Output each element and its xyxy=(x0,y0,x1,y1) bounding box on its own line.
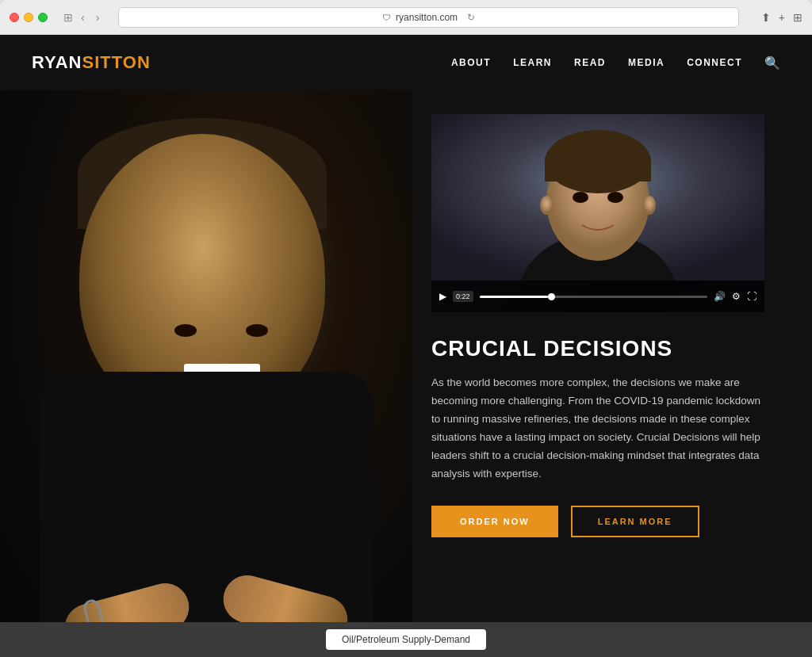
video-thumbnail: ▶ 0:22 🔊 ⚙ ⛶ xyxy=(431,114,764,312)
svg-point-9 xyxy=(643,196,656,215)
browser-window: ⊞ ‹ › 🛡 ryansitton.com ↻ ⬆ + ⊞ xyxy=(0,0,812,35)
svg-point-7 xyxy=(607,192,623,203)
browser-actions: ⬆ + ⊞ xyxy=(761,11,802,24)
logo-ryan: RYAN xyxy=(32,52,82,73)
share-icon[interactable]: ⬆ xyxy=(761,11,771,24)
video-timestamp: 0:22 xyxy=(453,291,473,302)
video-person-svg xyxy=(431,114,764,281)
learn-more-button[interactable]: LEARN MORE xyxy=(571,506,699,537)
order-now-button[interactable]: ORDER NOW xyxy=(431,506,558,537)
hero-photo xyxy=(0,35,412,657)
url-text: ryansitton.com xyxy=(396,12,458,23)
nav-media[interactable]: MEDIA xyxy=(628,57,665,68)
person-figure xyxy=(24,86,389,657)
address-bar[interactable]: 🛡 ryansitton.com ↻ xyxy=(118,7,738,28)
search-icon[interactable]: 🔍 xyxy=(764,55,780,71)
minimize-button[interactable] xyxy=(24,13,33,22)
video-controls-bar: ▶ 0:22 🔊 ⚙ ⛶ xyxy=(431,281,764,312)
svg-point-6 xyxy=(573,192,588,203)
nav-learn[interactable]: LEARN xyxy=(513,57,552,68)
video-progress-dot xyxy=(548,293,555,300)
video-right-controls: 🔊 ⚙ ⛶ xyxy=(714,291,756,302)
video-progress-fill xyxy=(480,296,548,298)
close-button[interactable] xyxy=(10,13,19,22)
new-tab-icon[interactable]: + xyxy=(779,11,785,24)
security-icon: 🛡 xyxy=(382,13,391,22)
section-body: As the world becomes more complex, the d… xyxy=(431,374,764,483)
bottom-bar-pill: Oil/Petroleum Supply-Demand xyxy=(326,629,486,650)
bottom-bar: Oil/Petroleum Supply-Demand xyxy=(0,622,812,657)
forward-button[interactable]: › xyxy=(93,10,103,25)
video-progress-bar[interactable] xyxy=(480,296,707,298)
settings-icon[interactable]: ⚙ xyxy=(732,291,741,302)
nav-connect[interactable]: CONNECT xyxy=(687,57,742,68)
traffic-lights xyxy=(10,13,48,22)
nav-links: ABOUT LEARN READ MEDIA CONNECT 🔍 xyxy=(451,55,780,71)
fullscreen-icon[interactable]: ⛶ xyxy=(747,291,756,302)
svg-point-8 xyxy=(540,196,553,215)
address-bar-container: 🛡 ryansitton.com ↻ xyxy=(118,7,738,28)
logo-sitton: SITTON xyxy=(82,52,151,73)
person-shirt xyxy=(40,372,373,657)
sidebar-toggle-icon[interactable]: ⊞ xyxy=(63,11,73,24)
maximize-button[interactable] xyxy=(38,13,48,22)
cta-buttons: ORDER NOW LEARN MORE xyxy=(431,506,764,537)
play-button[interactable]: ▶ xyxy=(439,291,446,302)
navigation: RYANSITTON ABOUT LEARN READ MEDIA CONNEC… xyxy=(0,35,812,90)
back-button[interactable]: ‹ xyxy=(78,10,88,25)
website-content: RYANSITTON ABOUT LEARN READ MEDIA CONNEC… xyxy=(0,35,812,657)
grid-icon[interactable]: ⊞ xyxy=(793,11,802,24)
person-eye-left xyxy=(174,324,197,337)
nav-read[interactable]: READ xyxy=(574,57,606,68)
content-section: CRUCIAL DECISIONS As the world becomes m… xyxy=(431,336,764,537)
hero-right-content: ▶ 0:22 🔊 ⚙ ⛶ CRUCIAL DECISIONS As the wo… xyxy=(416,90,812,561)
nav-about[interactable]: ABOUT xyxy=(451,57,491,68)
video-preview xyxy=(431,114,764,281)
volume-icon[interactable]: 🔊 xyxy=(714,291,726,302)
browser-titlebar: ⊞ ‹ › 🛡 ryansitton.com ↻ ⬆ + ⊞ xyxy=(0,0,812,35)
svg-rect-5 xyxy=(545,158,651,181)
browser-controls: ⊞ ‹ › xyxy=(60,10,102,25)
section-title: CRUCIAL DECISIONS xyxy=(431,336,764,361)
reload-icon[interactable]: ↻ xyxy=(467,12,475,23)
site-logo[interactable]: RYANSITTON xyxy=(32,52,151,73)
person-eye-right xyxy=(246,324,268,337)
